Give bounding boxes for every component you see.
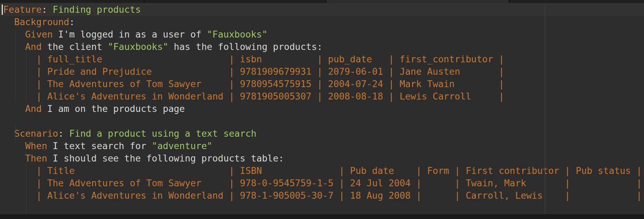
feature-line-segment: Feature <box>3 4 42 15</box>
indent-guide <box>15 123 16 144</box>
expected-products-table-row-2: | Alice's Adventures in Wonderland | 978… <box>0 189 644 202</box>
step-when-text-search-segment: When <box>25 140 47 151</box>
tab-segment-active[interactable] <box>326 0 509 3</box>
step-given-logged-in-segment: "Fauxbooks" <box>207 29 267 40</box>
background-line-segment <box>3 17 14 27</box>
tab-segment-2[interactable] <box>145 0 326 3</box>
background-line-segment: Background <box>14 17 69 27</box>
step-then-see-table-segment <box>3 153 25 164</box>
step-and-client-products-segment: "Fauxbooks" <box>108 41 168 52</box>
step-given-logged-in-segment: Given <box>25 29 53 40</box>
blank-line-2 <box>0 202 644 214</box>
given-products-table-header: | full_title | isbn | pub_date | first_c… <box>0 53 644 65</box>
given-products-table-row-3: | Alice's Adventures in Wonderland | 978… <box>0 90 644 103</box>
step-then-see-table-segment: I should see the following products tabl… <box>47 153 284 164</box>
step-given-logged-in-segment: I'm logged in as a user of <box>53 29 207 40</box>
tab-bar <box>0 0 644 3</box>
given-products-table-row-2: | The Adventures of Tom Sawyer | 9780954… <box>0 78 644 90</box>
scenario-line: Scenario: Find a product using a text se… <box>0 127 644 140</box>
expected-products-table-row-1-segment: | The Adventures of Tom Sawyer | 978-0-9… <box>3 178 642 188</box>
given-products-table-row-1-segment: | Pride and Prejudice | 9781909679931 | … <box>3 66 504 77</box>
step-when-text-search-segment <box>3 140 25 151</box>
feature-line-segment: Finding products <box>47 4 141 15</box>
given-products-table-row-3-segment: | Alice's Adventures in Wonderland | 978… <box>3 91 504 102</box>
scenario-line-segment: : <box>58 128 64 139</box>
text-cursor <box>2 4 3 15</box>
feature-line-segment: : <box>42 4 47 15</box>
background-line-segment: : <box>69 17 75 27</box>
given-products-table-row-2-segment: | The Adventures of Tom Sawyer | 9780954… <box>3 79 504 89</box>
wrap-guide-ruler <box>545 6 545 216</box>
indent-guide <box>15 30 16 103</box>
step-when-text-search: When I text search for "adventure" <box>0 140 644 152</box>
step-when-text-search-segment: "adventure" <box>152 140 213 151</box>
scenario-line-segment <box>3 128 14 139</box>
given-products-table-row-1: | Pride and Prejudice | 9781909679931 | … <box>0 65 644 78</box>
step-and-products-page-segment <box>3 103 25 114</box>
step-and-client-products-segment: has the following products: <box>168 41 323 52</box>
expected-products-table-row-1: | The Adventures of Tom Sawyer | 978-0-9… <box>0 177 644 189</box>
indent-guide <box>26 48 27 103</box>
step-and-client-products-segment: the client <box>42 41 108 52</box>
step-and-client-products-segment <box>3 41 25 52</box>
expected-products-table-row-2-segment: | Alice's Adventures in Wonderland | 978… <box>3 190 642 201</box>
scenario-line-segment: Find a product using a text search <box>64 128 256 139</box>
indent-guide <box>26 152 27 216</box>
expected-products-table-header: | Title | ISBN | Pub date | Form | First… <box>0 165 644 177</box>
expected-products-table-header-segment: | Title | ISBN | Pub date | Form | First… <box>3 165 642 176</box>
given-products-table-header-segment: | full_title | isbn | pub_date | first_c… <box>3 54 504 64</box>
step-when-text-search-segment: I text search for <box>47 140 152 151</box>
tab-segment-3[interactable] <box>509 0 644 3</box>
step-and-client-products: And the client "Fauxbooks" has the follo… <box>0 41 644 53</box>
step-then-see-table: Then I should see the following products… <box>0 152 644 165</box>
tab-segment-1[interactable] <box>0 0 145 3</box>
step-given-logged-in-segment <box>3 29 25 40</box>
feature-line: Feature: Finding products <box>0 3 644 16</box>
scenario-line-segment: Scenario <box>14 128 58 139</box>
step-and-products-page: And I am on the products page <box>0 103 644 115</box>
step-and-client-products-segment: And <box>25 41 42 52</box>
code-lines: Feature: Finding products Background: Gi… <box>0 3 644 214</box>
background-line: Background: <box>0 16 644 28</box>
step-and-products-page-segment: I am on the products page <box>42 103 185 114</box>
code-editor[interactable]: Feature: Finding products Background: Gi… <box>0 3 644 214</box>
step-given-logged-in: Given I'm logged in as a user of "Fauxbo… <box>0 28 644 41</box>
editor-window: Feature: Finding products Background: Gi… <box>0 0 644 219</box>
step-and-products-page-segment: And <box>25 103 42 114</box>
step-then-see-table-segment: Then <box>25 153 47 164</box>
blank-line-1 <box>0 115 644 127</box>
bottom-bar <box>0 214 644 219</box>
